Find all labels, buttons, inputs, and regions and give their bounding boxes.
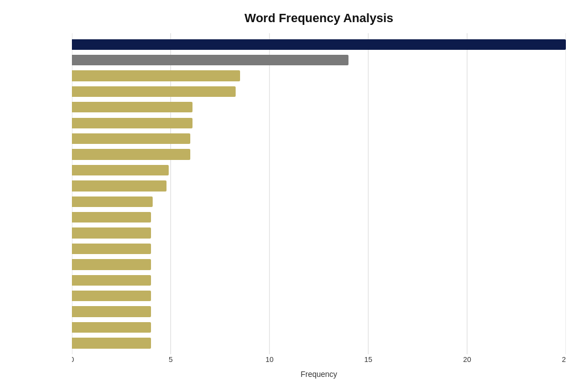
- bar-years: [72, 86, 236, 97]
- chart-title: Word Frequency Analysis: [72, 11, 566, 25]
- bar-world: [72, 180, 166, 191]
- bar-row-economic: [72, 68, 566, 84]
- bar-row-risk: [72, 37, 566, 52]
- bar-economic: [72, 70, 240, 81]
- bar-row-power: [72, 272, 566, 288]
- bar-row-years: [72, 84, 566, 99]
- bar-row-conflict: [72, 131, 566, 146]
- bar-term: [72, 196, 153, 207]
- chart-plot-area: [72, 33, 566, 354]
- bar-row-climate: [72, 288, 566, 304]
- bar-risk: [72, 39, 566, 50]
- bar-conflict: [72, 133, 190, 144]
- bar-action: [72, 149, 190, 159]
- chart-container: Word Frequency Analysis riskglobaleconom…: [0, 0, 588, 388]
- bar-global: [72, 55, 348, 65]
- bar-experts: [72, 306, 151, 317]
- bar-power: [72, 275, 151, 286]
- bar-row-extreme: [72, 209, 566, 225]
- bar-row-cyber: [72, 335, 566, 351]
- bar-cyber: [72, 338, 151, 348]
- bar-row-report: [72, 115, 566, 131]
- x-axis-title: Frequency: [72, 370, 566, 379]
- bar-disinformation: [72, 102, 192, 112]
- bar-misinformation: [72, 165, 169, 175]
- svg-text:0: 0: [72, 355, 74, 364]
- bar-row-global: [72, 52, 566, 68]
- bar-weather: [72, 227, 151, 238]
- bar-row-weather: [72, 225, 566, 241]
- bar-technologies: [72, 322, 151, 333]
- x-axis: 0510152025 Frequency: [72, 354, 566, 379]
- bar-climate: [72, 291, 151, 301]
- bar-row-experts: [72, 304, 566, 319]
- bar-row-critical: [72, 241, 566, 256]
- bar-report: [72, 118, 192, 128]
- svg-text:15: 15: [365, 355, 372, 364]
- svg-text:5: 5: [169, 355, 173, 364]
- bars-wrapper: [72, 33, 566, 354]
- svg-text:25: 25: [562, 355, 566, 364]
- bar-row-concern: [72, 257, 566, 272]
- bar-row-misinformation: [72, 162, 566, 178]
- bar-row-disinformation: [72, 100, 566, 115]
- svg-text:20: 20: [463, 355, 471, 364]
- bar-row-technologies: [72, 319, 566, 335]
- bar-extreme: [72, 212, 151, 223]
- bar-concern: [72, 259, 151, 270]
- bar-critical: [72, 244, 151, 254]
- svg-text:10: 10: [266, 355, 273, 364]
- bar-row-world: [72, 178, 566, 194]
- bar-row-action: [72, 147, 566, 162]
- bar-row-term: [72, 194, 566, 209]
